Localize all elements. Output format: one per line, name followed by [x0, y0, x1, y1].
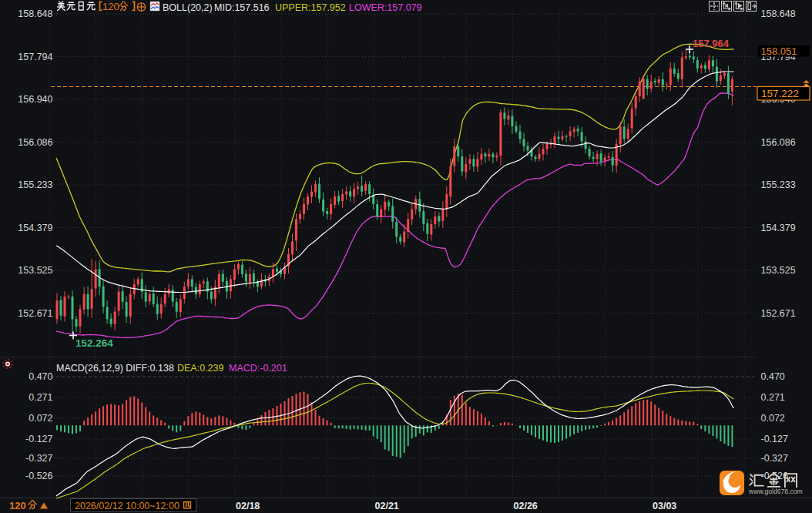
svg-text:MACD(26,12,9) DIFF:0.138: MACD(26,12,9) DIFF:0.138 — [56, 363, 174, 374]
svg-text:120: 120 — [9, 500, 26, 511]
svg-text:LOWER:157.079: LOWER:157.079 — [349, 2, 422, 13]
svg-text:MID:157.516: MID:157.516 — [214, 2, 270, 13]
svg-text:-0.127: -0.127 — [25, 434, 52, 444]
svg-text:153.525: 153.525 — [761, 265, 796, 276]
svg-text:-0.127: -0.127 — [761, 434, 788, 444]
svg-text:MACD:-0.201: MACD:-0.201 — [229, 363, 287, 374]
svg-text:156.086: 156.086 — [18, 137, 52, 148]
svg-text:UPPER:157.952: UPPER:157.952 — [275, 2, 346, 13]
svg-text:0.271: 0.271 — [29, 392, 52, 403]
svg-text:152.671: 152.671 — [761, 308, 796, 319]
svg-text:154.379: 154.379 — [18, 223, 52, 233]
svg-text:-0.526: -0.526 — [25, 471, 52, 481]
svg-text:157.964: 157.964 — [693, 38, 730, 49]
svg-text:-0.327: -0.327 — [25, 453, 52, 464]
svg-text:156.086: 156.086 — [761, 137, 796, 148]
svg-text:155.233: 155.233 — [761, 179, 796, 190]
svg-text:02/21: 02/21 — [375, 501, 399, 511]
svg-text:2026/02/12 10:00~12:00: 2026/02/12 10:00~12:00 — [75, 501, 180, 511]
svg-text:158.051: 158.051 — [761, 45, 797, 57]
svg-text:www.gold678.com: www.gold678.com — [748, 488, 803, 495]
svg-text:156.940: 156.940 — [18, 94, 52, 105]
svg-text:158.648: 158.648 — [18, 8, 52, 19]
svg-text:152.671: 152.671 — [18, 308, 52, 319]
svg-text:0.271: 0.271 — [761, 392, 785, 403]
svg-text:153.525: 153.525 — [18, 265, 52, 276]
svg-text:0.470: 0.470 — [29, 371, 52, 382]
svg-text:155.233: 155.233 — [18, 179, 52, 190]
svg-text:DEA:0.239: DEA:0.239 — [177, 363, 224, 374]
svg-text:0.072: 0.072 — [29, 413, 52, 424]
svg-text:157.794: 157.794 — [18, 52, 52, 62]
svg-text:0.072: 0.072 — [761, 413, 785, 424]
svg-text:02/26: 02/26 — [514, 501, 538, 511]
svg-text:158.648: 158.648 — [761, 8, 796, 19]
svg-text:03/03: 03/03 — [653, 501, 676, 511]
svg-text:120: 120 — [102, 1, 119, 12]
svg-text:154.379: 154.379 — [761, 223, 796, 233]
svg-text:BOLL(20,2): BOLL(20,2) — [163, 2, 213, 13]
svg-text:152.264: 152.264 — [75, 337, 113, 349]
svg-text:0.470: 0.470 — [761, 371, 785, 382]
svg-text:-0.327: -0.327 — [761, 453, 788, 464]
svg-text:157.222: 157.222 — [761, 88, 799, 99]
svg-text:02/18: 02/18 — [236, 501, 260, 511]
